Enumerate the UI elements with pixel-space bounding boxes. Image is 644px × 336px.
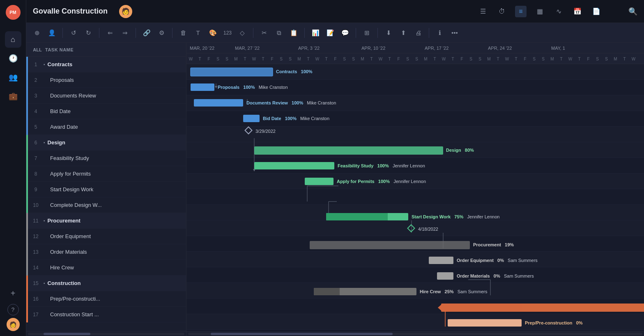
task-row[interactable]: 7 Feasibility Study <box>26 151 186 166</box>
gantt-horizontal-scrollbar[interactable] <box>186 331 644 336</box>
task-row[interactable]: 4 Bid Date <box>26 104 186 119</box>
task-row[interactable]: 16 Prep/Pre-constructi... <box>26 291 186 307</box>
task-name-cell: Order Equipment <box>44 233 186 239</box>
gantt-bar-permits[interactable] <box>305 178 334 185</box>
task-row[interactable]: 14 Hire Crew <box>26 260 186 276</box>
task-number: 13 <box>28 249 44 255</box>
task-row[interactable]: 12 Order Equipment <box>26 229 186 244</box>
task-name-label: Complete Design W... <box>50 202 102 208</box>
share-btn[interactable]: ⬆ <box>398 27 409 39</box>
task-name-cell: Apply for Permits <box>44 171 186 177</box>
gantt-bar-feasibility[interactable] <box>254 162 334 169</box>
cut-btn[interactable]: ✂ <box>258 27 270 39</box>
task-row[interactable]: 9 Start Design Work <box>26 182 186 197</box>
download-btn[interactable]: ⬇ <box>383 27 394 39</box>
task-row[interactable]: 11 ▪ Procurement <box>26 213 186 229</box>
task-row[interactable]: 15 ▪ Construction <box>26 276 186 291</box>
top-bar: Govalle Construction 🧑 ☰ ⏱ ≡ ▦ ∿ 📅 📄 🔍 <box>26 0 644 23</box>
info-btn[interactable]: ℹ <box>434 27 446 39</box>
comment-btn[interactable]: 💬 <box>339 27 351 39</box>
day-cell: F <box>268 57 277 61</box>
number-btn[interactable]: 123 <box>222 27 233 39</box>
task-row[interactable]: 3 Documents Review <box>26 88 186 104</box>
task-row[interactable]: 17 Construction Start ... <box>26 307 186 322</box>
task-row[interactable]: 10 Complete Design W... <box>26 197 186 213</box>
view-icon-list[interactable]: ☰ <box>477 6 489 17</box>
delete-btn[interactable]: 🗑 <box>177 27 189 39</box>
view-icon-docs[interactable]: 📄 <box>591 6 602 17</box>
more-btn[interactable]: ••• <box>449 27 460 39</box>
gantt-bar-prep-preconstruct[interactable] <box>448 319 522 327</box>
note-btn[interactable]: 📝 <box>324 27 336 39</box>
task-name-label: Start Design Work <box>50 186 93 192</box>
redo-btn[interactable]: ↻ <box>83 27 94 39</box>
task-row[interactable]: 1 ▪ Contracts <box>26 57 186 72</box>
user-avatar-nav[interactable]: 🧑 <box>7 318 20 331</box>
outdent-btn[interactable]: ⇐ <box>104 27 116 39</box>
gantt-scrollbar-thumb[interactable] <box>211 333 392 335</box>
nav-people[interactable]: 👥 <box>5 69 21 86</box>
nav-add[interactable]: + <box>5 285 21 301</box>
gantt-bar-start-design[interactable] <box>326 213 408 220</box>
gantt-bar-order-equip[interactable] <box>429 257 453 264</box>
font-btn[interactable]: T <box>192 27 204 39</box>
group-toggle-icon[interactable]: ▪ <box>44 218 45 223</box>
day-cell: M <box>611 57 620 61</box>
task-row[interactable]: 13 Order Materials <box>26 244 186 260</box>
day-cell: S <box>467 57 476 61</box>
gantt-bar-label-contracts: Contracts 100% <box>276 69 313 74</box>
gantt-bar-docs-review[interactable] <box>194 99 243 107</box>
link-btn[interactable]: 🔗 <box>141 27 152 39</box>
gantt-bar-bid-date[interactable] <box>243 115 260 122</box>
gantt-bar-design[interactable] <box>254 146 443 155</box>
task-name-cell: Hire Crew <box>44 264 186 271</box>
task-number: 7 <box>28 155 44 161</box>
view-icon-calendar[interactable]: 📅 <box>572 6 583 17</box>
group-toggle-icon[interactable]: ▪ <box>44 140 45 145</box>
task-name-cell: ▪ Contracts <box>44 61 186 67</box>
gantt-bar-order-materials[interactable] <box>437 272 453 280</box>
group-toggle-icon[interactable]: ▪ <box>44 281 45 285</box>
gantt-scrollbar-track[interactable] <box>188 333 642 335</box>
gantt-bar-hire-crew[interactable] <box>314 288 416 295</box>
horizontal-scrollbar[interactable] <box>26 331 186 336</box>
search-icon[interactable]: 🔍 <box>628 7 637 16</box>
task-row[interactable]: 8 Apply for Permits <box>26 166 186 182</box>
view-icon-board[interactable]: ▦ <box>534 6 545 17</box>
scrollbar-track[interactable] <box>28 333 184 335</box>
undo-btn[interactable]: ↺ <box>68 27 79 39</box>
baseline-btn[interactable]: 📊 <box>310 27 321 39</box>
add-task-btn[interactable]: ⊕ <box>31 27 43 39</box>
task-name-label: Order Equipment <box>50 233 91 239</box>
add-person-btn[interactable]: 👤 <box>46 27 58 39</box>
paint-btn[interactable]: 🎨 <box>207 27 218 39</box>
day-cell: S <box>286 57 295 61</box>
task-row[interactable]: 2 Proposals <box>26 72 186 88</box>
date-group-4: APR, 10 '22 <box>358 43 421 53</box>
project-avatar[interactable]: 🧑 <box>119 5 132 18</box>
paste-btn[interactable]: 📋 <box>288 27 299 39</box>
task-row[interactable]: 5 Award Date <box>26 119 186 135</box>
shape-btn[interactable]: ◇ <box>237 27 248 39</box>
scrollbar-thumb[interactable] <box>44 333 90 335</box>
dependency-btn[interactable]: ⚙ <box>156 27 167 39</box>
day-cell: S <box>340 57 349 61</box>
nav-home[interactable]: ⌂ <box>5 31 21 48</box>
gantt-bar-construction[interactable] <box>441 304 644 312</box>
view-icon-activity[interactable]: ∿ <box>553 6 564 17</box>
gantt-bar-proposals[interactable] <box>191 83 214 91</box>
gantt-bar-contracts[interactable] <box>191 68 273 76</box>
group-toggle-icon[interactable]: ▪ <box>44 62 45 67</box>
task-row[interactable]: 6 ▪ Design <box>26 135 186 151</box>
nav-help[interactable]: ? <box>7 304 19 315</box>
indent-btn[interactable]: ⇒ <box>119 27 131 39</box>
copy-btn[interactable]: ⧉ <box>273 27 285 39</box>
view-icon-gantt[interactable]: ≡ <box>515 6 527 17</box>
columns-btn[interactable]: ⊞ <box>361 27 373 39</box>
nav-projects[interactable]: 💼 <box>5 88 21 104</box>
view-icon-timeline[interactable]: ⏱ <box>496 6 508 17</box>
nav-recent[interactable]: 🕐 <box>5 50 21 67</box>
gantt-bar-progress <box>314 288 340 295</box>
gantt-bar-procurement[interactable] <box>310 241 470 249</box>
print-btn[interactable]: 🖨 <box>412 27 424 39</box>
